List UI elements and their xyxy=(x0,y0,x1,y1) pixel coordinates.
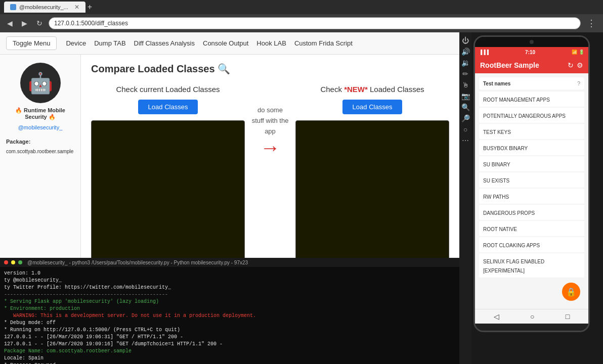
back-button[interactable]: ◀ xyxy=(4,18,16,28)
battery-icon: 🔋 xyxy=(579,50,584,55)
middle-line3: app xyxy=(252,126,289,137)
right-col-highlight: *NEW* xyxy=(344,85,368,94)
load-classes-left-button[interactable]: Load Classes xyxy=(138,100,198,114)
phone-test-item: SU BINARY xyxy=(479,156,584,171)
right-col-post: Loaded Classes xyxy=(368,85,424,94)
fab-lock-button[interactable]: 🔒 xyxy=(562,283,580,301)
wifi-icon: 📶 xyxy=(572,50,577,55)
term-line: * Environment: production xyxy=(4,305,455,312)
nav-link-hook-lab[interactable]: Hook LAB xyxy=(256,39,286,47)
edit-icon[interactable]: ✏ xyxy=(462,70,468,78)
cursor-icon[interactable]: 🖱 xyxy=(462,81,469,89)
term-line: * Process Spawned xyxy=(4,362,455,364)
test-item-text: SELINUX FLAG ENABLED [EXPERIMENTAL] xyxy=(483,259,544,274)
signal-icon: ▐▐▐ xyxy=(479,50,489,55)
lock-icon: 🔒 xyxy=(566,287,576,297)
test-names-label: Test names xyxy=(483,81,510,86)
phone-test-item: POTENTIALLY DANGEROUS APPS xyxy=(479,108,584,123)
phone-status-icons: 📶 🔋 xyxy=(572,50,584,55)
phone-test-item: DANGEROUS PROPS xyxy=(479,205,584,220)
phone-app-icons: ↻ ⚙ xyxy=(568,61,583,69)
android-icon: 🤖 xyxy=(28,71,53,95)
fire-icon-left: 🔥 xyxy=(15,107,22,113)
arrow-icon: → xyxy=(260,136,280,159)
phone-signal-icons: ▐▐▐ xyxy=(479,50,489,55)
forward-button[interactable]: ▶ xyxy=(19,18,30,28)
phone-test-item: SU EXISTS xyxy=(479,172,584,188)
test-item-text: ROOT CLOAKING APPS xyxy=(483,243,540,248)
diff-right-column: Check *NEW* Loaded Classes Load Classes xyxy=(295,85,449,258)
test-item-text: SU EXISTS xyxy=(483,178,509,184)
volume-up-icon[interactable]: 🔊 xyxy=(461,48,470,56)
bottom-terminal: @mobilesecurity_ - python3 /Users/pau/To… xyxy=(0,258,459,364)
web-app-panel: Toggle Menu Device Dump TAB Diff Classes… xyxy=(0,32,459,364)
avatar: 🤖 xyxy=(20,63,61,103)
term-line: * Debug mode: off xyxy=(4,320,455,327)
term-line: version: 1.0 xyxy=(4,270,455,277)
middle-line2: stuff with the xyxy=(252,116,289,126)
browser-tab-active[interactable]: @mobilesecurity_... ✕ xyxy=(4,2,85,13)
help-icon[interactable]: ? xyxy=(577,80,580,86)
nav-link-dump-tab[interactable]: Dump TAB xyxy=(94,39,125,47)
address-bar[interactable]: 127.0.0.1:5000/diff_classes xyxy=(49,17,581,29)
term-line: 127.0.0.1 - - [26/Mar/2020 19:06:31] "GE… xyxy=(4,334,455,341)
browser-nav: ◀ ▶ ↻ 127.0.0.1:5000/diff_classes ⋮ xyxy=(0,14,603,32)
right-toolbar: ⏻ 🔊 🔉 ✏ 🖱 📷 🔍 🔎 ○ ⋯ xyxy=(459,32,471,364)
load-classes-right-button[interactable]: Load Classes xyxy=(342,100,403,114)
phone-frame: ▐▐▐ 7:10 📶 🔋 RootBeer Sample ↻ xyxy=(473,35,590,332)
nav-recents-icon[interactable]: □ xyxy=(566,312,570,321)
power-icon[interactable]: ⏻ xyxy=(462,36,469,44)
app-sidebar: 🤖 🔥 Runtime Mobile Security 🔥 @mobilesec… xyxy=(0,55,81,258)
toggle-menu-button[interactable]: Toggle Menu xyxy=(6,36,57,50)
phone-bottom xyxy=(475,324,588,331)
browser-menu-button[interactable]: ⋮ xyxy=(584,17,599,30)
nav-link-console-output[interactable]: Console Output xyxy=(203,39,248,47)
new-tab-button[interactable]: + xyxy=(88,3,92,12)
more-icon[interactable]: ⋯ xyxy=(462,136,469,145)
test-item-text: ROOT NATIVE xyxy=(483,226,517,232)
test-item-text: TEST KEYS xyxy=(483,129,511,135)
url-text: 127.0.0.1:5000/diff_classes xyxy=(54,20,128,27)
tab-close-btn[interactable]: ✕ xyxy=(74,4,79,11)
phone-time: 7:10 xyxy=(525,50,535,55)
nav-link-custom-frida[interactable]: Custom Frida Script xyxy=(294,39,353,47)
test-item-text: ROOT MANAGEMENT APPS xyxy=(483,97,550,103)
reload-button[interactable]: ↻ xyxy=(33,18,46,28)
zoom-in-icon[interactable]: 🔍 xyxy=(461,103,470,111)
left-classes-textarea[interactable] xyxy=(91,120,245,258)
term-line: Package Name: com.scottyab.rootbeer.samp… xyxy=(4,348,455,355)
nav-link-device[interactable]: Device xyxy=(66,39,86,47)
term-line: ty Twitter Profile: https://twitter.com/… xyxy=(4,284,455,291)
phone-camera xyxy=(530,40,534,44)
app-content: 🤖 🔥 Runtime Mobile Security 🔥 @mobilesec… xyxy=(0,55,459,258)
diff-left-column: Check current Loaded Classes Load Classe… xyxy=(91,85,245,258)
browser-chrome: @mobilesecurity_... ✕ + ◀ ▶ ↻ 127.0.0.1:… xyxy=(0,0,603,32)
term-line: * Serving Flask app 'mobilesecurity' (la… xyxy=(4,298,455,305)
page-title: Compare Loaded Classes 🔍 xyxy=(91,63,449,75)
phone-test-item: ROOT MANAGEMENT APPS xyxy=(479,92,584,107)
nav-home-icon[interactable]: ○ xyxy=(530,312,534,321)
nav-link-diff-classes[interactable]: Diff Classes Analysis xyxy=(134,39,195,47)
right-classes-textarea[interactable] xyxy=(295,120,449,258)
terminal-header: @mobilesecurity_ - python3 /Users/pau/To… xyxy=(0,258,459,267)
test-item-text: RW PATHS xyxy=(483,194,509,200)
term-dot-red xyxy=(4,260,8,264)
sidebar-handle[interactable]: @mobilesecurity_ xyxy=(18,124,63,130)
phone-panel: ▐▐▐ 7:10 📶 🔋 RootBeer Sample ↻ xyxy=(471,32,603,364)
term-line: 127.0.0.1 - - [26/Mar/2020 19:09:16] "GE… xyxy=(4,341,455,348)
phone-fab: 🔒 xyxy=(479,279,584,305)
terminal-content[interactable]: version: 1.0 ty @mobilesecurity_ ty Twit… xyxy=(0,267,459,364)
middle-text: do some stuff with the app xyxy=(252,105,289,136)
package-label: Package: xyxy=(6,139,74,145)
github-icon[interactable]: ⚙ xyxy=(577,61,583,69)
zoom-out-icon[interactable]: 🔎 xyxy=(461,114,470,122)
camera-icon[interactable]: 📷 xyxy=(461,92,470,100)
phone-status-bar: ▐▐▐ 7:10 📶 🔋 xyxy=(475,47,588,57)
package-value: com.scottyab.rootbeer.sample xyxy=(6,149,74,154)
phone-test-item: ROOT CLOAKING APPS xyxy=(479,237,584,252)
volume-down-icon[interactable]: 🔉 xyxy=(461,59,470,67)
circle-icon[interactable]: ○ xyxy=(463,125,467,133)
refresh-icon[interactable]: ↻ xyxy=(568,61,574,69)
test-item-text: BUSYBOX BINARY xyxy=(483,146,528,151)
nav-back-icon[interactable]: ◁ xyxy=(494,312,499,321)
